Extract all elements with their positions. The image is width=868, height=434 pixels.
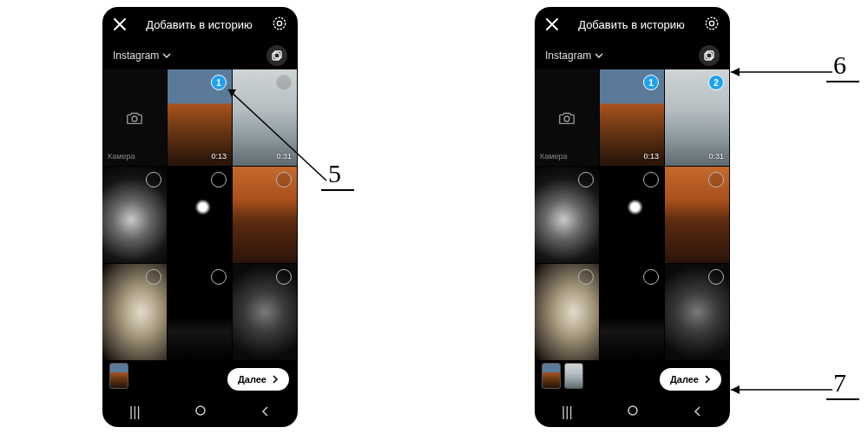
svg-point-11 xyxy=(628,406,637,415)
selected-strip xyxy=(109,363,128,389)
selection-badge-empty xyxy=(708,172,724,187)
chevron-right-icon xyxy=(272,375,279,384)
callout-number-6: 6 xyxy=(833,52,846,78)
selection-badge-empty xyxy=(211,269,227,285)
close-icon[interactable] xyxy=(113,17,127,31)
media-thumbnail[interactable]: 1 0:13 xyxy=(168,69,233,167)
media-thumbnail[interactable] xyxy=(600,264,665,361)
media-thumbnail[interactable] xyxy=(600,167,665,264)
camera-label: Камера xyxy=(540,152,567,161)
callout-underline xyxy=(826,81,859,82)
media-thumbnail[interactable] xyxy=(665,167,730,264)
nav-recents-icon[interactable]: ||| xyxy=(562,404,572,420)
android-navbar: ||| xyxy=(535,398,730,427)
selected-strip-item[interactable] xyxy=(564,363,583,389)
selection-badge-empty xyxy=(578,172,594,187)
android-navbar: ||| xyxy=(102,398,298,427)
nav-recents-icon[interactable]: ||| xyxy=(129,404,140,420)
nav-home-icon[interactable] xyxy=(627,404,639,420)
album-name: Instagram xyxy=(113,49,159,62)
callout-underline xyxy=(826,398,859,400)
nav-back-icon[interactable] xyxy=(260,404,271,420)
media-thumbnail[interactable]: 2 0:31 xyxy=(665,69,730,167)
svg-point-1 xyxy=(277,21,281,25)
album-selector[interactable]: Instagram xyxy=(113,49,171,62)
camera-label: Камера xyxy=(108,152,135,161)
selection-badge-empty xyxy=(578,269,594,285)
callout-number-7: 7 xyxy=(833,370,846,396)
media-thumbnail[interactable] xyxy=(102,167,168,264)
phone-screenshot-left: Добавить в историю Instagram Камера 1 0:… xyxy=(102,7,298,427)
tutorial-stage: Добавить в историю Instagram Камера 1 0:… xyxy=(0,0,868,434)
media-thumbnail[interactable] xyxy=(168,264,233,361)
media-thumbnail[interactable] xyxy=(233,264,298,361)
close-icon[interactable] xyxy=(545,17,559,31)
selection-badge-empty xyxy=(643,172,659,187)
multiselect-toggle-icon[interactable] xyxy=(699,45,720,66)
callout-number-5: 5 xyxy=(328,161,341,187)
callout-arrow-7 xyxy=(724,377,837,403)
selection-badge: 1 xyxy=(643,75,659,90)
svg-rect-3 xyxy=(273,53,279,60)
svg-marker-15 xyxy=(731,68,740,76)
media-thumbnail[interactable] xyxy=(102,264,168,361)
camera-tile[interactable]: Камера xyxy=(535,69,600,167)
callout-arrow-6 xyxy=(724,59,837,85)
phone-screenshot-right: Добавить в историю Instagram Камера 1 0:… xyxy=(535,7,730,427)
selected-strip xyxy=(542,363,583,389)
video-duration: 0:13 xyxy=(643,152,659,161)
multiselect-toggle-icon[interactable] xyxy=(266,45,287,66)
settings-gear-icon[interactable] xyxy=(272,16,287,34)
svg-point-10 xyxy=(564,115,569,121)
next-button-label: Далее xyxy=(670,374,699,385)
settings-gear-icon[interactable] xyxy=(704,16,720,34)
selection-badge: 2 xyxy=(708,75,724,90)
story-title: Добавить в историю xyxy=(146,18,253,31)
callout-underline xyxy=(321,189,354,191)
next-button[interactable]: Далее xyxy=(227,368,289,391)
next-button-label: Далее xyxy=(238,374,266,385)
svg-point-4 xyxy=(132,115,137,121)
chevron-right-icon xyxy=(704,375,711,384)
nav-back-icon[interactable] xyxy=(693,404,703,420)
album-selector[interactable]: Instagram xyxy=(545,49,603,62)
story-title: Добавить в историю xyxy=(578,18,685,31)
chevron-down-icon xyxy=(162,51,171,60)
album-name: Instagram xyxy=(545,49,591,62)
svg-marker-17 xyxy=(731,385,740,394)
selection-badge-empty xyxy=(708,269,724,285)
svg-rect-2 xyxy=(274,51,281,58)
media-thumbnail[interactable] xyxy=(535,167,600,264)
nav-home-icon[interactable] xyxy=(194,404,207,420)
svg-rect-9 xyxy=(705,53,712,60)
svg-point-0 xyxy=(273,17,286,30)
next-button[interactable]: Далее xyxy=(660,368,721,391)
camera-tile[interactable]: Камера xyxy=(102,69,168,167)
selection-badge-empty xyxy=(276,269,292,285)
media-thumbnail[interactable] xyxy=(665,264,730,361)
chevron-down-icon xyxy=(595,51,603,60)
media-grid: Камера 1 0:13 2 0:31 xyxy=(535,69,730,385)
selection-badge-empty xyxy=(643,269,659,285)
video-duration: 0:31 xyxy=(708,152,724,161)
callout-arrow-5 xyxy=(224,85,337,189)
svg-point-5 xyxy=(196,406,205,415)
media-thumbnail[interactable]: 1 0:13 xyxy=(600,69,665,167)
svg-rect-8 xyxy=(707,51,713,58)
media-thumbnail[interactable] xyxy=(535,264,600,361)
album-subbar: Instagram xyxy=(535,42,730,69)
svg-point-7 xyxy=(709,21,713,25)
album-subbar: Instagram xyxy=(102,42,298,69)
story-topbar: Добавить в историю xyxy=(102,7,298,42)
story-topbar: Добавить в историю xyxy=(535,7,730,42)
camera-icon xyxy=(125,108,144,128)
selected-strip-item[interactable] xyxy=(109,363,128,389)
selected-strip-item[interactable] xyxy=(542,363,561,389)
svg-line-12 xyxy=(228,89,326,181)
media-thumbnail[interactable] xyxy=(168,167,233,264)
svg-point-6 xyxy=(706,17,718,30)
camera-icon xyxy=(557,108,576,128)
selection-badge-empty xyxy=(146,269,161,285)
selection-badge-empty xyxy=(146,172,161,187)
